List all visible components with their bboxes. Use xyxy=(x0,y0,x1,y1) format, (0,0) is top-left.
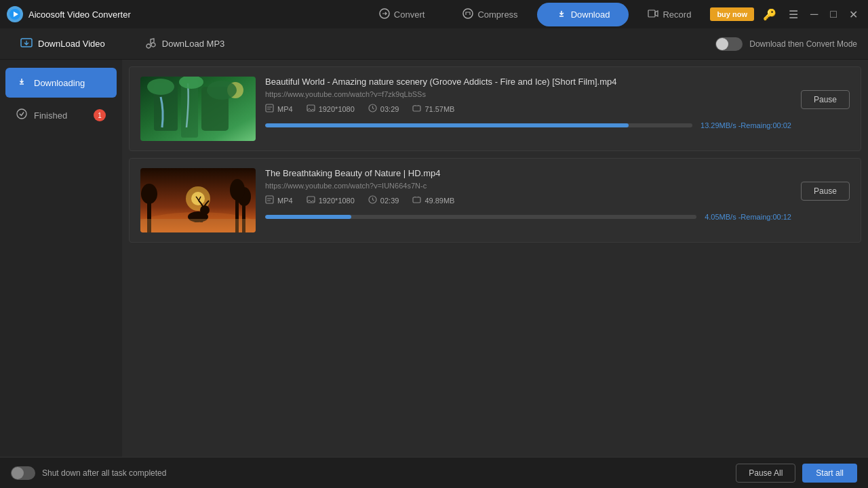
download-url-1: https://www.youtube.com/watch?v=f7zk9qLb… xyxy=(265,90,791,98)
size-2: 49.89MB xyxy=(412,195,454,206)
format-icon-2 xyxy=(265,195,274,206)
downloading-icon xyxy=(16,76,27,89)
compress-icon xyxy=(462,8,473,21)
resolution-1: 1920*1080 xyxy=(307,104,355,115)
tab-download[interactable]: Download xyxy=(537,3,629,26)
svg-rect-37 xyxy=(140,219,256,232)
subtab-download-video-label: DownLoad Video xyxy=(38,39,105,49)
pause-all-button[interactable]: Pause All xyxy=(736,464,795,483)
download-item-2: The Breathtaking Beauty of Nature | HD.m… xyxy=(129,158,861,243)
size-icon-1 xyxy=(412,104,421,115)
svg-rect-19 xyxy=(266,104,273,112)
subtab-download-mp3-label: DownLoad MP3 xyxy=(162,39,225,49)
resolution-icon-2 xyxy=(307,195,315,206)
download-mp3-icon xyxy=(144,37,157,52)
svg-point-8 xyxy=(151,43,155,47)
resolution-value-2: 1920*1080 xyxy=(319,197,355,205)
toggle-knob xyxy=(716,38,728,50)
subtabbar: DownLoad Video DownLoad MP3 Download the… xyxy=(0,28,868,60)
convert-mode-switch[interactable] xyxy=(715,37,743,51)
sidebar-item-downloading[interactable]: Downloading xyxy=(5,68,117,98)
sidebar-finished-label: Finished xyxy=(34,110,67,121)
minimize-button[interactable]: ─ xyxy=(807,7,821,22)
title-controls: buy now 🔑 ☰ ─ □ ✕ xyxy=(710,7,861,22)
download-tab-icon xyxy=(556,8,567,21)
svg-point-32 xyxy=(230,179,245,201)
duration-value-2: 02:39 xyxy=(380,197,399,205)
progress-bar-container-1 xyxy=(265,123,692,127)
duration-icon-2 xyxy=(368,195,377,206)
shutdown-label: Shut down after all task completed xyxy=(42,468,166,478)
convert-mode-toggle: Download then Convert Mode xyxy=(715,37,857,51)
pause-button-2[interactable]: Pause xyxy=(801,182,850,201)
duration-2: 02:39 xyxy=(368,195,399,206)
finished-icon xyxy=(16,108,27,122)
tab-record-label: Record xyxy=(663,9,691,20)
menu-icon-button[interactable]: ☰ xyxy=(785,7,802,22)
record-icon xyxy=(648,8,658,21)
shutdown-toggle[interactable] xyxy=(11,466,35,480)
pause-button-1[interactable]: Pause xyxy=(801,90,850,109)
tab-compress-label: Compress xyxy=(477,9,517,20)
download-meta-1: MP4 1920*1080 xyxy=(265,104,791,115)
download-title-2: The Breathtaking Beauty of Nature | HD.m… xyxy=(265,168,791,178)
svg-point-3 xyxy=(463,9,473,18)
svg-rect-22 xyxy=(413,106,420,111)
download-list: Beautiful World - Amazing nature scenery… xyxy=(122,60,868,457)
duration-value-1: 03:29 xyxy=(380,105,399,113)
subtab-download-video[interactable]: DownLoad Video xyxy=(11,33,115,56)
thumbnail-2 xyxy=(140,168,256,232)
download-item-1: Beautiful World - Amazing nature scenery… xyxy=(129,66,861,151)
progress-stats-1: 13.29MB/s -Remaing:00:02 xyxy=(701,121,791,129)
bottombar: Shut down after all task completed Pause… xyxy=(0,457,868,488)
nav-tabs: Convert Compress Download xyxy=(360,3,711,26)
sidebar-downloading-label: Downloading xyxy=(34,78,85,88)
tab-convert[interactable]: Convert xyxy=(360,3,444,26)
app-title: Aicoosoft Video Converter xyxy=(28,9,360,20)
tab-record[interactable]: Record xyxy=(629,3,710,26)
download-info-2: The Breathtaking Beauty of Nature | HD.m… xyxy=(265,168,791,221)
format-2: MP4 xyxy=(265,195,293,206)
progress-row-1: 13.29MB/s -Remaing:00:02 xyxy=(265,121,791,129)
main-content: Downloading Finished 1 xyxy=(0,60,868,457)
svg-point-36 xyxy=(200,205,210,215)
size-icon-2 xyxy=(412,195,421,206)
buy-now-button[interactable]: buy now xyxy=(710,7,754,21)
svg-point-7 xyxy=(146,44,151,48)
tab-download-label: Download xyxy=(571,9,610,20)
resolution-2: 1920*1080 xyxy=(307,195,355,206)
key-icon-button[interactable]: 🔑 xyxy=(760,7,780,22)
format-value-2: MP4 xyxy=(277,197,293,205)
svg-rect-41 xyxy=(413,197,420,203)
size-value-1: 71.57MB xyxy=(425,105,454,113)
download-meta-2: MP4 1920*1080 xyxy=(265,195,791,206)
finished-badge: 1 xyxy=(94,109,106,121)
sidebar-item-finished[interactable]: Finished 1 xyxy=(5,100,117,130)
tab-convert-label: Convert xyxy=(394,9,425,20)
titlebar: Aicoosoft Video Converter Convert Compre… xyxy=(0,0,868,28)
duration-icon-1 xyxy=(368,104,377,115)
maximize-button[interactable]: □ xyxy=(827,7,840,22)
progress-bar-container-2 xyxy=(265,215,696,219)
duration-1: 03:29 xyxy=(368,104,399,115)
close-button[interactable]: ✕ xyxy=(846,7,861,22)
thumbnail-1 xyxy=(140,77,256,141)
app-logo xyxy=(7,6,23,22)
download-title-1: Beautiful World - Amazing nature scenery… xyxy=(265,77,791,87)
convert-icon xyxy=(379,8,390,21)
download-info-1: Beautiful World - Amazing nature scenery… xyxy=(265,77,791,129)
start-all-button[interactable]: Start all xyxy=(802,464,857,483)
format-icon-1 xyxy=(265,104,274,115)
size-1: 71.57MB xyxy=(412,104,454,115)
bottom-actions: Pause All Start all xyxy=(736,464,857,483)
download-video-icon xyxy=(20,37,33,52)
svg-rect-38 xyxy=(266,196,273,203)
download-url-2: https://www.youtube.com/watch?v=IUN664s7… xyxy=(265,182,791,190)
subtab-download-mp3[interactable]: DownLoad MP3 xyxy=(135,33,235,56)
format-value-1: MP4 xyxy=(277,105,293,113)
sidebar: Downloading Finished 1 xyxy=(0,60,122,457)
tab-compress[interactable]: Compress xyxy=(443,3,536,26)
progress-bar-2 xyxy=(265,215,351,219)
svg-point-30 xyxy=(141,184,157,204)
resolution-value-1: 1920*1080 xyxy=(319,105,355,113)
